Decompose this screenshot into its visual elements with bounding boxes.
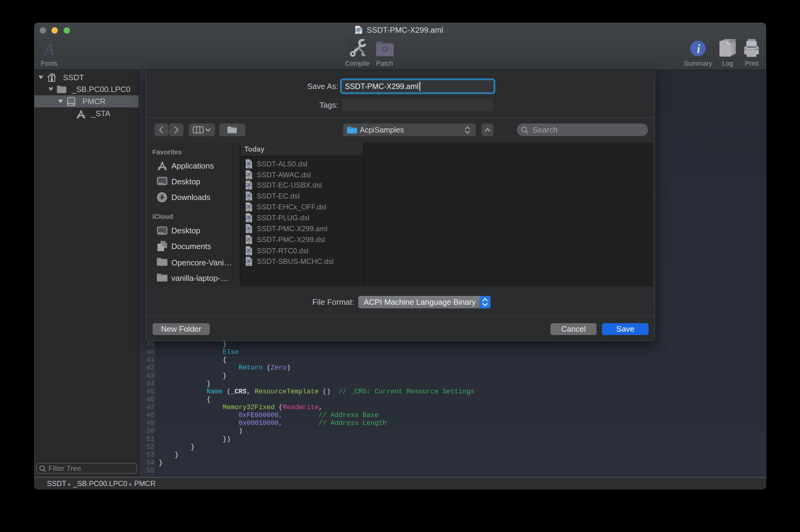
svg-text:i: i	[697, 41, 700, 56]
